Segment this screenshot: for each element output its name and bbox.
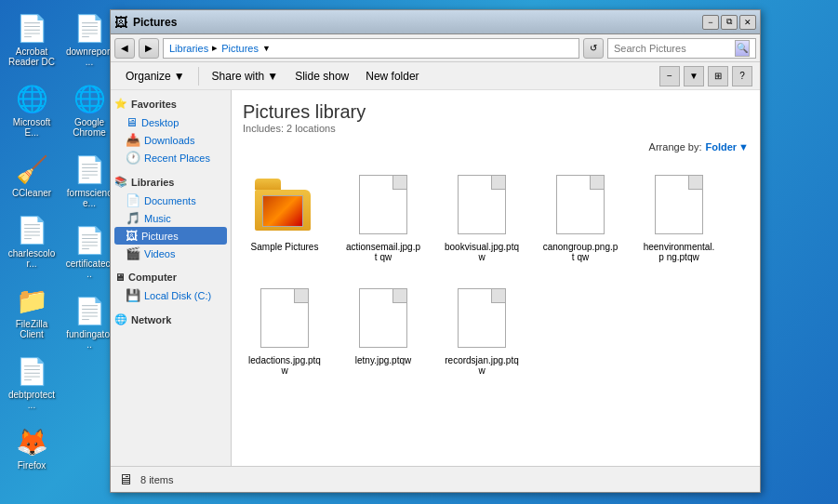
organize-button[interactable]: Organize ▼ bbox=[118, 65, 193, 87]
address-path[interactable]: Libraries ▸ Pictures ▼ bbox=[163, 38, 579, 59]
computer-icon: 🖥 bbox=[114, 272, 125, 283]
file-label-recordsjan: recordsjan.jpg.ptq w bbox=[444, 355, 520, 376]
generic-file-icon bbox=[655, 175, 703, 234]
desktop-icon-ccleaner[interactable]: 🧹 CCleaner bbox=[4, 149, 60, 202]
sidebar-item-videos[interactable]: 🎬 Videos bbox=[114, 245, 227, 262]
desktop-icon-img-firefox: 🦊 bbox=[15, 425, 48, 458]
documents-icon: 📄 bbox=[126, 193, 140, 207]
file-item-sample-pictures[interactable]: Sample Pictures bbox=[243, 167, 326, 266]
desktop-icon-debtprotect[interactable]: 📄 debtprotect... bbox=[4, 351, 60, 414]
network-icon: 🌐 bbox=[114, 313, 127, 325]
favorites-label: Favorites bbox=[131, 99, 177, 110]
organize-label: Organize bbox=[126, 70, 171, 83]
desktop-icon-fundingato[interactable]: 📄 fundingato... bbox=[61, 290, 117, 353]
libraries-section: 📚 Libraries 📄 Documents 🎵 Music 🖼 Pictur… bbox=[114, 176, 227, 262]
file-icon-letny bbox=[353, 285, 413, 351]
network-section: 🌐 Network bbox=[114, 313, 227, 325]
folder-photo-preview bbox=[262, 195, 303, 227]
file-item-canongroup[interactable]: canongroup.png.pt qw bbox=[539, 167, 622, 266]
file-item-letny[interactable]: letny.jpg.ptqw bbox=[341, 281, 425, 379]
desktop-icon-certificatec[interactable]: 📄 certificatec... bbox=[61, 219, 117, 283]
sidebar-item-recent-places[interactable]: 🕐 Recent Places bbox=[114, 149, 227, 166]
address-bar: ◀ ▶ Libraries ▸ Pictures ▼ ↺ 🔍 bbox=[111, 34, 760, 62]
sidebar-item-local-disk[interactable]: 💾 Local Disk (C:) bbox=[114, 286, 227, 304]
sidebar-item-documents[interactable]: 📄 Documents bbox=[114, 192, 227, 209]
back-button[interactable]: ◀ bbox=[114, 38, 135, 59]
desktop-icon-downreport[interactable]: 📄 downreport... bbox=[61, 7, 117, 71]
file-item-bookvisual[interactable]: bookvisual.jpg.ptq w bbox=[440, 167, 524, 266]
view-fullscreen-button[interactable]: ⊞ bbox=[708, 66, 728, 86]
file-item-recordsjan[interactable]: recordsjan.jpg.ptq w bbox=[440, 281, 524, 379]
path-libraries[interactable]: Libraries bbox=[169, 43, 208, 54]
generic-file-icon bbox=[359, 288, 407, 348]
recent-places-icon: 🕐 bbox=[126, 151, 140, 165]
library-subtitle: Includes: 2 locations bbox=[243, 123, 749, 134]
minimize-button[interactable]: − bbox=[702, 15, 719, 30]
new-folder-label: New folder bbox=[366, 70, 419, 83]
file-icon-recordsjan bbox=[452, 285, 512, 351]
file-label-canongroup: canongroup.png.pt qw bbox=[542, 242, 619, 262]
refresh-button[interactable]: ↺ bbox=[583, 38, 604, 59]
toolbar-right: − ▼ ⊞ ? bbox=[659, 66, 752, 86]
desktop-icon-label-microsoft-edge: Microsoft E... bbox=[7, 117, 56, 138]
documents-label: Documents bbox=[144, 195, 196, 206]
desktop-icon-img-chrome: 🌐 bbox=[73, 82, 106, 115]
file-item-actionsemail[interactable]: actionsemail.jpg.pt qw bbox=[341, 167, 425, 266]
forward-button[interactable]: ▶ bbox=[139, 38, 159, 59]
desktop-icon-img-filezilla: 📁 bbox=[15, 284, 48, 317]
libraries-icon: 📚 bbox=[114, 176, 127, 188]
sidebar-item-downloads[interactable]: 📥 Downloads bbox=[114, 131, 227, 149]
help-button[interactable]: ? bbox=[732, 66, 752, 86]
network-header[interactable]: 🌐 Network bbox=[114, 313, 227, 325]
desktop-icon-label-ccleaner: CCleaner bbox=[12, 188, 51, 198]
generic-file-icon bbox=[260, 288, 309, 348]
share-with-button[interactable]: Share with ▼ bbox=[205, 65, 286, 87]
pictures-icon: 🖼 bbox=[126, 229, 138, 243]
sidebar-item-desktop[interactable]: 🖥 Desktop bbox=[114, 113, 227, 131]
desktop-icon-img-charlescolor: 📄 bbox=[15, 213, 48, 246]
view-dropdown-button[interactable]: ▼ bbox=[684, 66, 704, 86]
desktop-icon-img-certificatec: 📄 bbox=[73, 223, 106, 257]
music-icon: 🎵 bbox=[126, 211, 140, 225]
favorites-header[interactable]: ⭐ Favorites bbox=[114, 98, 227, 110]
libraries-label: Libraries bbox=[131, 177, 174, 188]
desktop-icon-charlescolor[interactable]: 📄 charlescolor... bbox=[4, 209, 60, 272]
restore-button[interactable]: ⧉ bbox=[721, 15, 738, 30]
file-item-heenvironmental[interactable]: heenvironmental.p ng.ptqw bbox=[637, 167, 721, 266]
downloads-label: Downloads bbox=[144, 135, 194, 146]
content-header: Pictures library Includes: 2 locations bbox=[243, 101, 749, 134]
local-disk-label: Local Disk (C:) bbox=[144, 290, 211, 301]
desktop-icon-firefox[interactable]: 🦊 Firefox bbox=[4, 421, 60, 474]
new-folder-button[interactable]: New folder bbox=[358, 65, 426, 87]
desktop-icon-chrome[interactable]: 🌐 Google Chrome bbox=[61, 78, 117, 141]
arrange-chevron-icon: ▼ bbox=[738, 141, 749, 153]
view-decrease-button[interactable]: − bbox=[659, 66, 680, 86]
desktop-icon-formscience[interactable]: 📄 formscience... bbox=[61, 149, 117, 212]
close-button[interactable]: ✕ bbox=[739, 15, 756, 30]
search-button[interactable]: 🔍 bbox=[735, 40, 750, 57]
slideshow-button[interactable]: Slide show bbox=[287, 65, 356, 87]
main-area: ⭐ Favorites 🖥 Desktop 📥 Downloads 🕐 Rece… bbox=[111, 90, 760, 466]
desktop: 📄 Acrobat Reader DC 🌐 Microsoft E... 🧹 C… bbox=[0, 0, 121, 504]
desktop-icon-microsoft-edge[interactable]: 🌐 Microsoft E... bbox=[4, 78, 60, 141]
favorites-section: ⭐ Favorites 🖥 Desktop 📥 Downloads 🕐 Rece… bbox=[114, 98, 227, 166]
file-label-letny: letny.jpg.ptqw bbox=[355, 355, 411, 365]
generic-file-icon bbox=[458, 288, 506, 348]
share-label: Share with bbox=[212, 70, 265, 83]
file-label-actionsemail: actionsemail.jpg.pt qw bbox=[345, 242, 421, 262]
generic-file-icon bbox=[359, 175, 407, 234]
desktop-label: Desktop bbox=[141, 117, 179, 128]
window-icon: 🖼 bbox=[114, 15, 129, 30]
sidebar-item-pictures[interactable]: 🖼 Pictures bbox=[114, 227, 227, 245]
path-dropdown[interactable]: ▼ bbox=[262, 44, 271, 53]
desktop-icon-filezilla[interactable]: 📁 FileZilla Client bbox=[4, 280, 60, 343]
computer-header[interactable]: 🖥 Computer bbox=[114, 272, 227, 283]
sidebar-item-music[interactable]: 🎵 Music bbox=[114, 209, 227, 227]
file-item-ledactions[interactable]: ledactions.jpg.ptqw bbox=[243, 281, 326, 379]
desktop-icon-acrobat[interactable]: 📄 Acrobat Reader DC bbox=[4, 7, 60, 71]
file-label-bookvisual: bookvisual.jpg.ptq w bbox=[444, 242, 520, 262]
arrange-dropdown[interactable]: Folder ▼ bbox=[705, 141, 749, 153]
path-pictures[interactable]: Pictures bbox=[221, 43, 259, 54]
libraries-header[interactable]: 📚 Libraries bbox=[114, 176, 227, 188]
search-input[interactable] bbox=[614, 43, 735, 54]
